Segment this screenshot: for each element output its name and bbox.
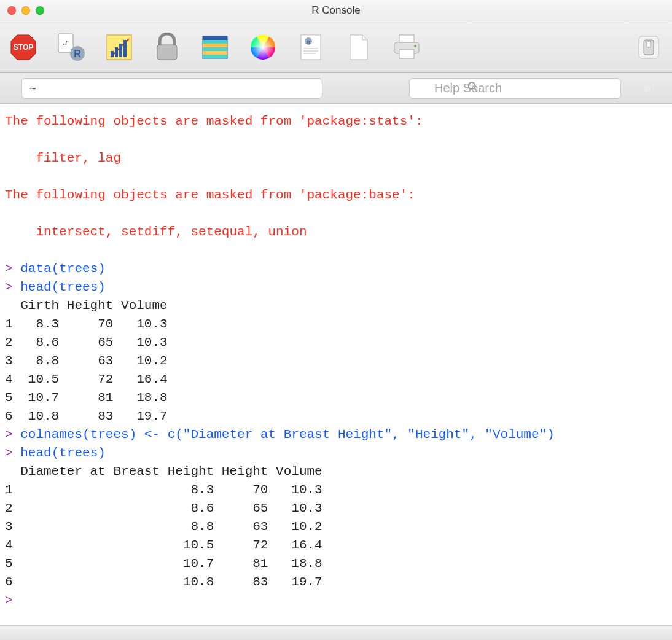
table-row: 2 8.6 65 10.3 <box>5 501 322 515</box>
prompt: > <box>5 446 20 460</box>
lock-button[interactable] <box>151 31 183 63</box>
prompt: > <box>5 262 20 276</box>
table-row: 1 8.3 70 10.3 <box>5 483 322 497</box>
source-file-button[interactable]: .r R <box>55 31 87 63</box>
prompt-empty: > <box>5 593 13 607</box>
table-row: 5 10.7 81 18.8 <box>5 391 168 405</box>
prompt: > <box>5 427 20 442</box>
table-header: Diameter at Breast Height Height Volume <box>5 464 322 478</box>
preferences-button[interactable] <box>633 31 665 63</box>
svg-text:R: R <box>307 39 310 45</box>
svg-rect-9 <box>115 47 118 57</box>
command-line: colnames(trees) <- c("Diameter at Breast… <box>20 427 555 442</box>
table-row: 2 8.6 65 10.3 <box>5 335 168 349</box>
svg-rect-11 <box>123 40 127 57</box>
table-row: 6 10.8 83 19.7 <box>5 409 168 423</box>
svg-point-20 <box>251 35 275 60</box>
minimize-window-button[interactable] <box>21 6 30 15</box>
path-search-bar <box>0 73 672 104</box>
mask-msg-base: The following objects are masked from 'p… <box>5 188 415 202</box>
working-directory-input[interactable] <box>21 78 322 99</box>
svg-rect-17 <box>203 47 227 51</box>
svg-rect-12 <box>157 45 177 60</box>
help-search-input[interactable] <box>409 78 621 99</box>
svg-point-30 <box>414 45 416 47</box>
toolbar: STOP .r R <box>0 21 672 73</box>
svg-rect-16 <box>203 44 227 47</box>
quartz-plot-button[interactable] <box>103 31 135 63</box>
table-row: 3 8.8 63 10.2 <box>5 354 168 368</box>
svg-rect-33 <box>647 41 651 47</box>
console-output[interactable]: The following objects are masked from 'p… <box>0 104 672 625</box>
svg-rect-10 <box>119 44 122 57</box>
print-button[interactable] <box>391 31 423 63</box>
mask-items-stats: filter, lag <box>5 151 121 165</box>
svg-rect-14 <box>203 36 227 40</box>
open-script-button[interactable]: R <box>295 31 327 63</box>
maximize-window-button[interactable] <box>36 6 44 15</box>
table-row: 1 8.3 70 10.3 <box>5 317 168 331</box>
command-line: data(trees) <box>20 262 106 276</box>
svg-rect-19 <box>203 55 227 58</box>
svg-rect-18 <box>203 51 227 55</box>
svg-text:STOP: STOP <box>14 43 33 52</box>
traffic-lights <box>0 6 44 15</box>
data-manager-button[interactable] <box>199 31 231 63</box>
svg-rect-27 <box>399 35 414 42</box>
table-row: 6 10.8 83 19.7 <box>5 575 322 589</box>
mask-items-base: intersect, setdiff, setequal, union <box>5 225 307 239</box>
titlebar: R Console <box>0 0 672 21</box>
mask-msg-stats: The following objects are masked from 'p… <box>5 114 423 128</box>
svg-text:.r: .r <box>63 37 69 47</box>
table-row: 5 10.7 81 18.8 <box>5 556 322 571</box>
table-row: 4 10.5 72 16.4 <box>5 538 322 552</box>
table-row: 3 8.8 63 10.2 <box>5 520 322 534</box>
svg-rect-15 <box>203 40 227 44</box>
table-row: 4 10.5 72 16.4 <box>5 372 168 386</box>
colors-button[interactable] <box>247 31 279 63</box>
svg-rect-29 <box>399 50 414 58</box>
stop-button[interactable]: STOP <box>7 31 39 63</box>
command-line: head(trees) <box>20 280 106 294</box>
close-window-button[interactable] <box>7 6 16 15</box>
status-bar <box>0 625 672 640</box>
svg-text:R: R <box>74 49 81 59</box>
command-line: head(trees) <box>20 446 106 460</box>
svg-rect-8 <box>111 51 114 57</box>
new-document-button[interactable] <box>343 31 375 63</box>
help-search-wrap <box>409 78 621 99</box>
window-title: R Console <box>0 4 672 17</box>
status-dot <box>643 85 651 92</box>
table-header: Girth Height Volume <box>5 299 168 313</box>
prompt: > <box>5 280 20 294</box>
